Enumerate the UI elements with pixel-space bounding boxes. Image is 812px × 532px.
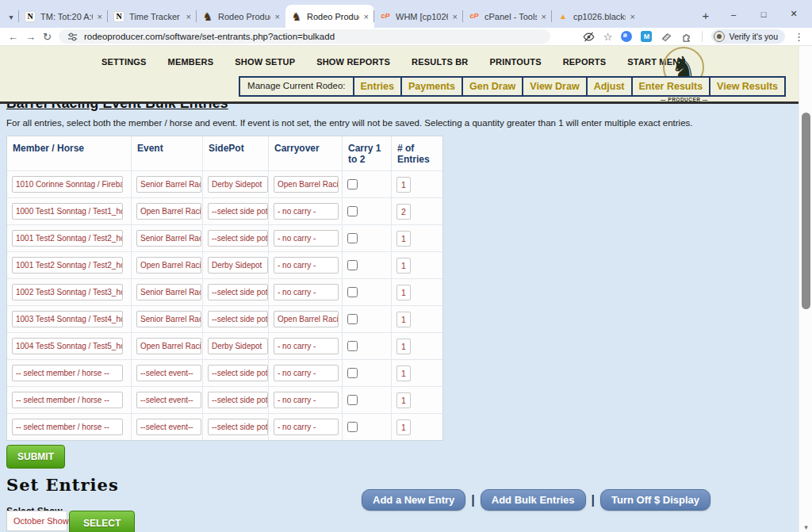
- num-entries-input[interactable]: 1: [396, 177, 411, 193]
- carryover-select[interactable]: - no carry -: [274, 284, 339, 300]
- sidepot-select[interactable]: --select side pot--: [208, 365, 268, 381]
- carry-1-to-2-checkbox[interactable]: [347, 260, 358, 270]
- tab-close-icon[interactable]: ×: [453, 12, 458, 21]
- ext-m-icon[interactable]: M: [641, 31, 652, 42]
- nav-item[interactable]: SHOW REPORTS: [316, 57, 390, 67]
- privacy-eye-off-icon[interactable]: [583, 31, 595, 43]
- event-select[interactable]: Open Barrel Racing: [136, 257, 201, 274]
- num-entries-input[interactable]: 2: [396, 204, 411, 220]
- nav-item[interactable]: REPORTS: [563, 57, 607, 67]
- sidepot-select[interactable]: --select side pot--: [208, 203, 268, 220]
- carryover-select[interactable]: - no carry -: [274, 257, 339, 274]
- sidepot-select[interactable]: Derby Sidepot: [208, 176, 268, 193]
- action-button[interactable]: Add Bulk Entries: [481, 489, 586, 511]
- event-select[interactable]: --select event--: [136, 419, 201, 435]
- carry-1-to-2-checkbox[interactable]: [347, 179, 358, 189]
- ext-wallet-icon[interactable]: [661, 31, 672, 43]
- member-horse-select[interactable]: -- select member / horse --: [12, 392, 123, 408]
- browser-tab[interactable]: N TM: Tot:20 A:0, B:5, C ×: [19, 5, 108, 28]
- manage-rodeo-button[interactable]: View Draw: [522, 78, 585, 95]
- scrollbar-thumb[interactable]: [802, 113, 810, 309]
- carryover-select[interactable]: Open Barrel Racing: [274, 311, 339, 327]
- browser-tab[interactable]: ♞ Rodeo Producer - A ×: [197, 5, 285, 28]
- sidepot-select[interactable]: --select side pot--: [208, 419, 268, 435]
- event-select[interactable]: Senior Barrel Racing: [136, 284, 201, 300]
- carryover-select[interactable]: - no carry -: [274, 230, 339, 247]
- sidepot-select[interactable]: Derby Sidepot: [208, 338, 268, 354]
- select-show-button[interactable]: SELECT: [69, 511, 135, 532]
- bookmark-star-icon[interactable]: ☆: [603, 32, 613, 42]
- member-horse-select[interactable]: -- select member / horse --: [12, 365, 123, 381]
- event-select[interactable]: Senior Barrel Racing: [136, 311, 201, 327]
- manage-rodeo-button[interactable]: Gen Draw: [462, 78, 522, 95]
- tab-close-icon[interactable]: ×: [98, 12, 102, 21]
- num-entries-input[interactable]: 1: [396, 366, 411, 381]
- carryover-select[interactable]: Open Barrel Racing: [274, 176, 339, 193]
- carry-1-to-2-checkbox[interactable]: [347, 422, 358, 432]
- minimize-button[interactable]: –: [718, 0, 749, 28]
- url-text[interactable]: rodeoproducer.com/software/set-entrants.…: [84, 32, 335, 41]
- member-horse-select[interactable]: -- select member / horse --: [12, 419, 123, 435]
- action-button[interactable]: Add a New Entry: [362, 489, 465, 511]
- carryover-select[interactable]: - no carry -: [274, 419, 339, 435]
- kebab-menu-button[interactable]: ⋮: [794, 32, 804, 42]
- member-horse-select[interactable]: 1003 Test4 Sonntag / Test4_horse2: [12, 311, 123, 327]
- num-entries-input[interactable]: 1: [396, 231, 411, 247]
- ext-paw-icon[interactable]: [621, 31, 632, 42]
- browser-tab[interactable]: ▲ cp1026.blacksun.ca ×: [552, 5, 641, 28]
- event-select[interactable]: Senior Barrel Racing: [136, 230, 201, 247]
- sidepot-select[interactable]: Derby Sidepot: [208, 257, 268, 274]
- maximize-button[interactable]: □: [749, 0, 779, 28]
- num-entries-input[interactable]: 1: [396, 285, 411, 300]
- member-horse-select[interactable]: 1004 Test5 Sonntag / Test5_horse1: [12, 338, 123, 354]
- tab-close-icon[interactable]: ×: [186, 12, 191, 21]
- browser-tab[interactable]: ♞ Rodeo Producer - M ×: [285, 5, 374, 28]
- carryover-select[interactable]: - no carry -: [274, 338, 339, 354]
- forward-button[interactable]: →: [25, 32, 36, 42]
- tab-close-icon[interactable]: ×: [364, 12, 369, 21]
- carry-1-to-2-checkbox[interactable]: [347, 287, 358, 297]
- event-select[interactable]: Open Barrel Racing: [136, 338, 201, 354]
- browser-tab[interactable]: N Time Tracker ×: [108, 5, 197, 28]
- tab-close-icon[interactable]: ×: [630, 12, 635, 21]
- member-horse-select[interactable]: 1002 Test3 Sonntag / Test3_horse2: [12, 284, 123, 300]
- reload-button[interactable]: ↻: [43, 32, 52, 42]
- nav-item[interactable]: RESULTS BR: [412, 57, 468, 67]
- event-select[interactable]: Open Barrel Racing: [136, 203, 201, 220]
- carry-1-to-2-checkbox[interactable]: [347, 395, 358, 405]
- nav-item[interactable]: MEMBERS: [168, 57, 214, 67]
- browser-tab[interactable]: cP cPanel - Tools ×: [463, 5, 552, 28]
- extensions-puzzle-icon[interactable]: [681, 31, 693, 43]
- scroll-down-arrow-icon[interactable]: ▾: [799, 523, 812, 531]
- back-button[interactable]: ←: [8, 32, 18, 42]
- num-entries-input[interactable]: 1: [396, 339, 411, 354]
- member-horse-select[interactable]: 1001 Test2 Sonntag / Test2_horse1: [12, 257, 123, 274]
- nav-item[interactable]: SETTINGS: [102, 57, 147, 67]
- num-entries-input[interactable]: 1: [396, 258, 411, 274]
- new-tab-button[interactable]: +: [696, 6, 715, 25]
- carry-1-to-2-checkbox[interactable]: [347, 368, 358, 378]
- member-horse-select[interactable]: 1000 Test1 Sonntag / Test1_horse2: [12, 203, 123, 220]
- event-select[interactable]: Senior Barrel Racing: [136, 176, 201, 193]
- carryover-select[interactable]: - no carry -: [274, 203, 339, 220]
- manage-rodeo-button[interactable]: Payments: [400, 78, 462, 95]
- manage-rodeo-button[interactable]: View Results: [709, 78, 784, 95]
- carryover-select[interactable]: - no carry -: [274, 365, 339, 381]
- tab-close-icon[interactable]: ×: [275, 12, 280, 21]
- site-info-icon[interactable]: [67, 31, 79, 43]
- num-entries-input[interactable]: 1: [396, 312, 411, 327]
- action-button[interactable]: Turn Off $ Display: [600, 489, 710, 511]
- sidepot-select[interactable]: --select side pot--: [208, 230, 268, 247]
- browser-tab[interactable]: cP WHM [cp1026] List ×: [374, 5, 463, 28]
- tab-search-chevron-icon[interactable]: ▾: [3, 6, 19, 28]
- tab-close-icon[interactable]: ×: [542, 12, 546, 21]
- num-entries-input[interactable]: 1: [396, 419, 411, 435]
- url-field[interactable]: rodeoproducer.com/software/set-entrants.…: [59, 29, 550, 44]
- profile-chip[interactable]: Verify it's you: [711, 29, 785, 44]
- num-entries-input[interactable]: 1: [396, 392, 411, 408]
- close-window-button[interactable]: ✕: [779, 0, 809, 28]
- manage-rodeo-button[interactable]: Enter Results: [631, 78, 710, 95]
- carry-1-to-2-checkbox[interactable]: [347, 206, 358, 216]
- member-horse-select[interactable]: 1010 Corinne Sonntag / Fireball: [12, 176, 123, 193]
- sidepot-select[interactable]: --select side pot--: [208, 284, 268, 300]
